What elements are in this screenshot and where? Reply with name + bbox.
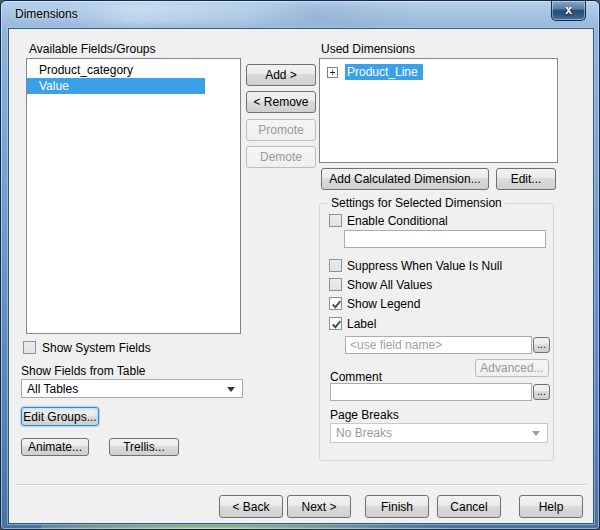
promote-button: Promote xyxy=(246,119,316,141)
edit-button[interactable]: Edit... xyxy=(496,168,556,190)
back-label: < Back xyxy=(232,500,269,514)
suppress-null-checkbox[interactable] xyxy=(329,259,342,272)
footer-divider xyxy=(16,484,587,486)
edit-groups-label: Edit Groups... xyxy=(23,410,96,424)
label-name-input[interactable] xyxy=(345,336,532,354)
used-dimensions-label: Used Dimensions xyxy=(321,42,415,56)
ellipsis-icon: ... xyxy=(537,387,545,397)
show-system-fields-label: Show System Fields xyxy=(42,341,151,355)
table-filter-dropdown[interactable]: All Tables xyxy=(21,379,243,398)
dropdown-arrow-icon xyxy=(227,387,235,392)
cancel-button[interactable]: Cancel xyxy=(437,495,501,518)
ellipsis-icon: ... xyxy=(537,340,545,350)
edit-label: Edit... xyxy=(511,172,542,186)
enable-conditional-checkbox[interactable] xyxy=(329,214,342,227)
list-item-product-category[interactable]: Product_category xyxy=(27,62,240,78)
help-label: Help xyxy=(539,500,564,514)
help-button[interactable]: Help xyxy=(519,495,583,518)
next-button[interactable]: Next > xyxy=(287,495,351,518)
show-fields-from-table-label: Show Fields from Table xyxy=(21,364,146,378)
comment-input[interactable] xyxy=(330,383,532,401)
expand-icon[interactable]: + xyxy=(327,67,338,78)
show-all-values-checkbox[interactable] xyxy=(329,278,342,291)
add-button[interactable]: Add > xyxy=(246,64,316,86)
demote-button: Demote xyxy=(246,146,316,168)
available-fields-listbox[interactable]: Product_category Value xyxy=(26,58,241,334)
suppress-null-label: Suppress When Value Is Null xyxy=(347,259,502,273)
next-label: Next > xyxy=(301,500,336,514)
list-item-value-selected[interactable]: Value xyxy=(27,78,205,94)
checkmark-icon xyxy=(330,319,343,330)
close-button[interactable]: x xyxy=(551,1,586,21)
page-breaks-dropdown: No Breaks xyxy=(330,423,548,443)
table-filter-value: All Tables xyxy=(27,382,78,396)
add-calculated-dimension-button[interactable]: Add Calculated Dimension... xyxy=(321,168,489,190)
used-dimensions-tree[interactable]: + Product_Line xyxy=(319,58,558,163)
enable-conditional-label: Enable Conditional xyxy=(347,214,448,228)
settings-group-title: Settings for Selected Dimension xyxy=(328,196,505,210)
edit-groups-button[interactable]: Edit Groups... xyxy=(21,407,99,426)
settings-groupbox: Settings for Selected Dimension Enable C… xyxy=(319,203,554,461)
title-bar[interactable]: Dimensions x xyxy=(1,1,599,28)
checkmark-icon xyxy=(330,299,343,310)
demote-label: Demote xyxy=(260,150,302,164)
add-calculated-label: Add Calculated Dimension... xyxy=(329,172,480,186)
show-legend-label: Show Legend xyxy=(347,297,420,311)
dimensions-dialog: Dimensions x Available Fields/Groups Pro… xyxy=(0,0,600,530)
advanced-label: Advanced... xyxy=(480,361,543,375)
dialog-content: Available Fields/Groups Product_category… xyxy=(8,28,594,524)
cancel-label: Cancel xyxy=(450,500,487,514)
trellis-button[interactable]: Trellis... xyxy=(109,438,179,456)
comment-browse-button[interactable]: ... xyxy=(533,384,550,400)
finish-button[interactable]: Finish xyxy=(365,495,429,518)
label-browse-button[interactable]: ... xyxy=(533,337,550,353)
show-system-fields-checkbox[interactable] xyxy=(23,341,36,354)
promote-label: Promote xyxy=(258,123,303,137)
remove-label: < Remove xyxy=(253,95,308,109)
trellis-label: Trellis... xyxy=(123,440,165,454)
remove-button[interactable]: < Remove xyxy=(246,91,316,113)
add-label: Add > xyxy=(265,68,297,82)
titlebar-glass-highlight xyxy=(61,3,481,25)
show-all-values-label: Show All Values xyxy=(347,278,432,292)
close-icon: x xyxy=(565,3,572,17)
label-checkbox-label: Label xyxy=(347,317,376,331)
conditional-input[interactable] xyxy=(344,230,546,248)
finish-label: Finish xyxy=(381,500,413,514)
comment-label: Comment xyxy=(330,370,382,384)
show-legend-checkbox[interactable] xyxy=(329,297,342,310)
advanced-button: Advanced... xyxy=(475,359,549,377)
animate-label: Animate... xyxy=(28,440,82,454)
window-title: Dimensions xyxy=(15,7,78,21)
page-breaks-value: No Breaks xyxy=(336,426,392,440)
tree-item-product-line-selected[interactable]: Product_Line xyxy=(345,64,423,80)
dropdown-arrow-icon xyxy=(532,431,540,436)
label-checkbox[interactable] xyxy=(329,317,342,330)
back-button[interactable]: < Back xyxy=(219,495,283,518)
available-fields-label: Available Fields/Groups xyxy=(29,42,156,56)
page-breaks-label: Page Breaks xyxy=(330,408,399,422)
animate-button[interactable]: Animate... xyxy=(21,438,89,456)
